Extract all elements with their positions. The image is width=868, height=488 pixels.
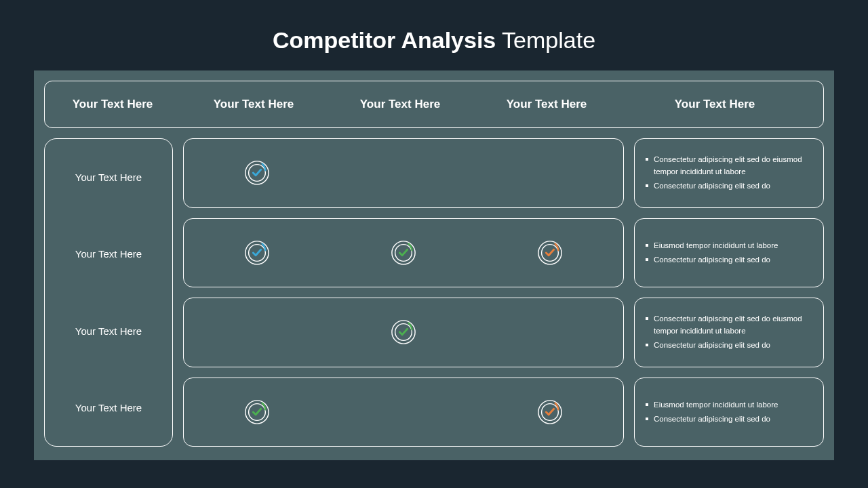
data-row: Eiusmod tempor incididunt ut laboreConse… <box>183 378 824 447</box>
notes-box: Eiusmod tempor incididunt ut laboreConse… <box>634 378 824 447</box>
check-circle-icon <box>537 399 563 425</box>
check-circle-icon <box>391 319 416 345</box>
title-light: Template <box>496 27 595 53</box>
notes-box: Consectetur adipiscing elit sed do eiusm… <box>634 298 824 367</box>
note-item: Consectetur adipiscing elit sed do eiusm… <box>644 154 811 178</box>
header-cell: Your Text Here <box>473 98 620 111</box>
analysis-panel: Your Text Here Your Text Here Your Text … <box>34 70 834 460</box>
header-cell: Your Text Here <box>45 98 180 111</box>
check-box <box>183 218 624 288</box>
data-row: Eiusmod tempor incididunt ut laboreConse… <box>183 218 824 288</box>
check-box <box>183 298 624 367</box>
check-cell <box>330 240 477 266</box>
side-cell: Your Text Here <box>45 139 172 216</box>
notes-box: Eiusmod tempor incididunt ut laboreConse… <box>634 218 824 288</box>
header-cell: Your Text Here <box>180 98 327 111</box>
header-cell: Your Text Here <box>327 98 473 111</box>
check-box <box>183 378 624 447</box>
note-item: Eiusmod tempor incididunt ut labore <box>644 399 811 411</box>
data-row: Consectetur adipiscing elit sed do eiusm… <box>183 298 824 367</box>
note-item: Consectetur adipiscing elit sed do <box>644 340 811 351</box>
note-item: Consectetur adipiscing elit sed do eiusm… <box>644 313 811 337</box>
check-cell <box>477 240 623 266</box>
check-circle-icon <box>244 399 270 425</box>
rows-column: Consectetur adipiscing elit sed do eiusm… <box>183 138 824 447</box>
check-cell <box>330 319 477 345</box>
check-circle-icon <box>537 240 563 266</box>
body-area: Your Text Here Your Text Here Your Text … <box>44 138 824 447</box>
note-item: Consectetur adipiscing elit sed do <box>644 254 811 266</box>
header-row: Your Text Here Your Text Here Your Text … <box>44 81 824 128</box>
check-cell <box>184 160 330 186</box>
check-cell <box>477 399 623 425</box>
check-cell <box>184 399 330 425</box>
title-bold: Competitor Analysis <box>273 27 496 53</box>
note-item: Consectetur adipiscing elit sed do <box>644 413 811 425</box>
check-circle-icon <box>244 240 270 266</box>
page-title: Competitor Analysis Template <box>0 0 868 70</box>
note-item: Consectetur adipiscing elit sed do <box>644 180 811 192</box>
check-cell <box>184 240 330 266</box>
check-circle-icon <box>244 160 270 186</box>
note-item: Eiusmod tempor incididunt ut labore <box>644 240 811 251</box>
side-cell: Your Text Here <box>45 216 172 292</box>
header-cell: Your Text Here <box>620 98 810 111</box>
side-cell: Your Text Here <box>45 293 172 369</box>
side-column: Your Text Here Your Text Here Your Text … <box>44 138 173 447</box>
side-cell: Your Text Here <box>45 369 172 446</box>
check-circle-icon <box>391 240 416 266</box>
notes-box: Consectetur adipiscing elit sed do eiusm… <box>634 138 824 208</box>
check-box <box>183 138 624 208</box>
data-row: Consectetur adipiscing elit sed do eiusm… <box>183 138 824 208</box>
